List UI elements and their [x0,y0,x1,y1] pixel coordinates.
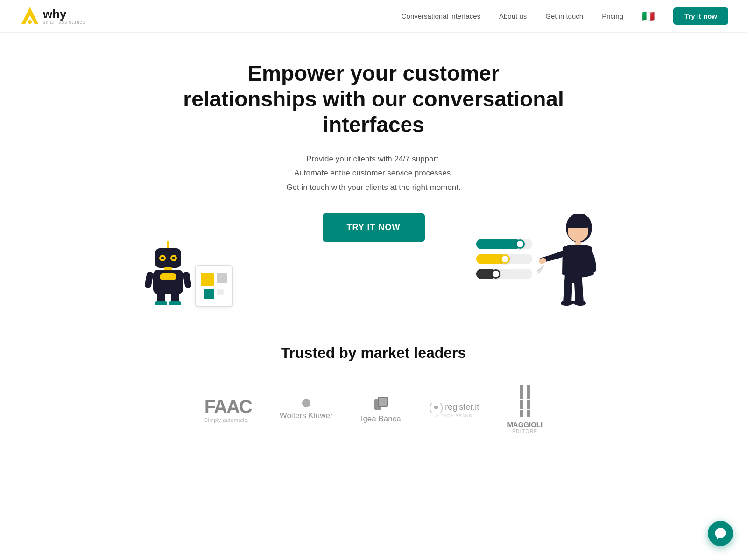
logo-a-letter [19,5,41,28]
hero-subtitle: Provide your clients with 24/7 support. … [286,152,460,195]
svg-rect-12 [183,271,191,289]
trusted-heading: Trusted by market leaders [19,344,728,362]
nav-links: Conversational interfaces About us Get i… [402,7,728,25]
logo-subtitle: smart assistance [43,20,85,25]
svg-point-22 [573,300,586,306]
igea-icon [374,396,388,411]
svg-rect-15 [155,301,167,305]
logos-row: FAAC Simply automatic. Wolters Kluwer Ig… [19,385,728,434]
faac-logo: FAAC Simply automatic. [204,396,252,423]
hero-section: Empower your customer relationships with… [0,33,747,316]
register-text: register.it [445,402,479,412]
logo-link[interactable]: why smart assistance [19,5,85,28]
maggioli-text: MAGGIOLI [507,420,543,429]
maggioli-sub: EDITORE [507,429,543,434]
svg-rect-10 [160,273,176,280]
svg-rect-9 [153,270,183,294]
faac-sub: Simply automatic. [204,417,249,423]
tile-card [195,265,233,307]
svg-rect-16 [169,301,181,305]
woman-illustration [476,214,602,307]
wk-text: Wolters Kluwer [280,411,333,420]
svg-rect-2 [167,241,169,249]
logo-text: why smart assistance [43,8,85,25]
nav-contact[interactable]: Get in touch [545,12,583,20]
nav-conversational[interactable]: Conversational interfaces [402,12,480,20]
nav-try-button[interactable]: Try it now [673,7,728,25]
robot-illustration [145,240,233,307]
register-logo: ( ) register.it A DADA BRAND [429,401,479,418]
hero-title: Empower your customer relationships with… [182,61,565,138]
svg-point-23 [302,399,310,407]
wk-icon [302,399,310,407]
woman-svg [537,214,602,307]
svg-rect-3 [155,248,181,268]
svg-rect-26 [379,398,387,406]
igea-text: Igea Banca [361,414,401,424]
navbar: why smart assistance Conversational inte… [0,0,747,33]
svg-rect-11 [145,271,154,289]
maggioli-logo: MAGGIOLI EDITORE [507,385,543,434]
language-flag[interactable]: 🇮🇹 [642,10,655,22]
svg-point-6 [161,257,164,259]
igea-banca-logo: Igea Banca [361,396,401,424]
trusted-section: Trusted by market leaders FAAC Simply au… [0,316,747,453]
nav-pricing[interactable]: Pricing [602,12,623,20]
logo-why-text: why [43,8,67,20]
robot-svg [145,240,191,305]
wolters-kluwer-logo: Wolters Kluwer [280,399,333,420]
logo-icon [19,5,41,28]
hero-cta-button[interactable]: TRY IT NOW [323,213,425,242]
svg-point-21 [561,300,574,306]
nav-about[interactable]: About us [499,12,527,20]
register-sub: A DADA BRAND [436,413,472,418]
svg-point-7 [172,257,175,259]
svg-point-1 [28,20,32,24]
